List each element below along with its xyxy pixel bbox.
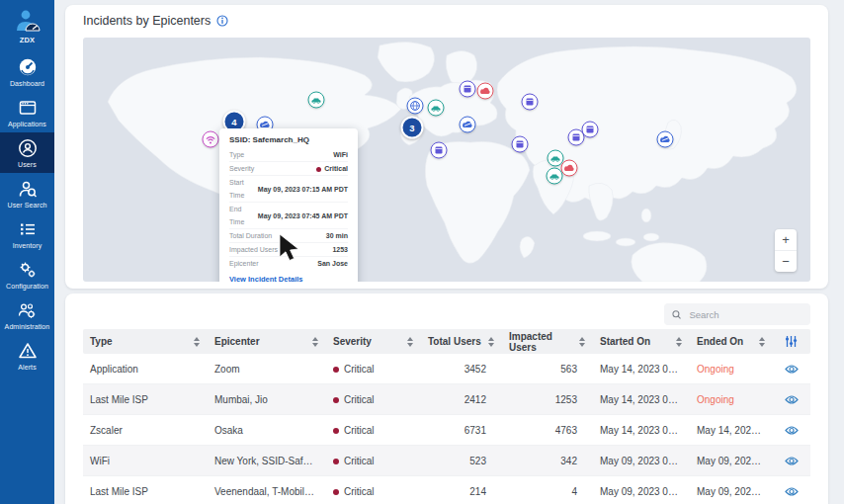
applications-icon	[18, 98, 38, 118]
table-row[interactable]: Last Mile ISP Veenendaal, T-Mobile Nethe…	[83, 476, 810, 504]
view-details-eye-button[interactable]	[773, 364, 810, 375]
tooltip-title: SSID: Safemarch_HQ	[229, 135, 348, 144]
isp-vehicle-icon	[311, 96, 322, 105]
sidebar-item-users[interactable]: Users	[0, 132, 54, 173]
sort-icon[interactable]	[759, 337, 765, 347]
view-incident-details-link[interactable]: View Incident Details	[229, 275, 348, 282]
cell-started-on: May 09, 2023 07:1...	[593, 456, 690, 466]
tooltip-row-type: Type WiFi	[229, 148, 348, 162]
cell-type: Last Mile ISP	[83, 394, 208, 405]
sidebar-item-user-search[interactable]: User Search	[0, 173, 54, 213]
critical-dot	[333, 428, 339, 434]
map-cluster[interactable]: 3	[401, 117, 424, 139]
eye-icon	[785, 486, 799, 497]
cell-total-users: 214	[421, 486, 502, 497]
sort-icon[interactable]	[488, 337, 494, 347]
column-header-epicenter[interactable]: Epicenter	[208, 336, 326, 347]
sort-icon[interactable]	[407, 337, 413, 347]
sort-icon[interactable]	[579, 337, 585, 347]
eye-icon	[785, 456, 799, 466]
sidebar-item-alerts[interactable]: Alerts	[0, 335, 54, 376]
view-details-eye-button[interactable]	[773, 425, 810, 436]
eye-icon	[785, 425, 799, 436]
map-marker-last-mile-isp[interactable]	[308, 92, 325, 109]
sort-icon[interactable]	[312, 337, 318, 347]
sidebar-item-label: Administration	[0, 323, 54, 330]
isp-vehicle-icon	[549, 172, 560, 181]
user-search-icon	[18, 179, 38, 199]
sidebar-item-inventory[interactable]: Inventory	[0, 213, 54, 254]
map-marker-last-mile-isp[interactable]	[547, 168, 563, 185]
search-input[interactable]	[687, 308, 802, 321]
column-header-started-on[interactable]: Started On	[593, 336, 690, 347]
table-row[interactable]: Application Zoom Critical 3452 563 May 1…	[83, 354, 810, 384]
sort-icon[interactable]	[194, 337, 200, 347]
cell-epicenter: Zoom	[208, 364, 326, 375]
cell-severity: Critical	[326, 456, 421, 466]
sidebar-item-label: Dashboard	[0, 80, 54, 87]
column-header-severity[interactable]: Severity	[326, 336, 421, 347]
view-details-eye-button[interactable]	[773, 394, 810, 405]
table-row[interactable]: WiFi New York, SSID-Safemarch_HQ Critica…	[83, 446, 810, 476]
view-details-eye-button[interactable]	[773, 486, 810, 497]
incidents-map-card: Incidents by Epicenters	[65, 5, 828, 289]
column-header-impacted-users[interactable]: Impacted Users	[502, 331, 593, 353]
cell-epicenter: New York, SSID-Safemarch_HQ	[208, 456, 326, 466]
map-marker-cloud-alert[interactable]	[477, 83, 494, 100]
eye-icon	[785, 394, 799, 405]
map-marker-internet[interactable]	[407, 98, 424, 115]
tooltip-row-epicenter: Epicenter San Jose	[229, 257, 348, 270]
cell-severity: Critical	[326, 486, 421, 497]
critical-dot	[316, 167, 321, 172]
sidebar-item-administration[interactable]: Administration	[0, 294, 54, 335]
zoom-in-button[interactable]: +	[775, 229, 797, 251]
critical-dot	[333, 397, 339, 403]
sort-icon[interactable]	[676, 337, 682, 347]
column-header-total-users[interactable]: Total Users	[421, 336, 502, 347]
zoom-out-button[interactable]: −	[775, 251, 797, 272]
map-marker-application[interactable]	[431, 142, 448, 159]
cell-severity: Critical	[326, 364, 421, 375]
table-row[interactable]: Last Mile ISP Mumbai, Jio Critical 2412 …	[83, 384, 810, 415]
map-marker-cloud-alert[interactable]	[561, 160, 578, 177]
zdx-logo-icon	[14, 9, 42, 35]
table-row[interactable]: Zscaler Osaka Critical 6731 4763 May 14,…	[83, 415, 810, 446]
sidebar-item-applications[interactable]: Applications	[0, 92, 54, 132]
sidebar-item-label: ZDX	[0, 36, 54, 44]
info-icon[interactable]	[216, 15, 228, 27]
column-header-ended-on[interactable]: Ended On	[690, 336, 773, 347]
cell-ended-on: Ongoing	[690, 394, 773, 405]
cell-type: Application	[83, 364, 208, 375]
inventory-icon	[18, 219, 38, 239]
map-marker-application[interactable]	[582, 122, 599, 138]
page-title: Incidents by Epicenters	[83, 14, 211, 28]
world-map[interactable]: 4	[83, 38, 810, 282]
cell-started-on: May 14, 2023 07:1...	[593, 394, 690, 405]
column-filter-button[interactable]	[773, 335, 810, 348]
sidebar-item-label: Inventory	[0, 242, 54, 249]
cell-severity: Critical	[326, 394, 421, 405]
application-icon	[586, 126, 595, 134]
map-marker-zscaler[interactable]	[657, 131, 674, 148]
cell-total-users: 3452	[421, 364, 502, 375]
map-marker-zscaler[interactable]	[460, 117, 476, 133]
search-box[interactable]	[664, 303, 810, 325]
incident-tooltip: SSID: Safemarch_HQ Type WiFi Severity Cr…	[219, 128, 358, 282]
cell-type: Zscaler	[83, 425, 208, 436]
cell-type: Last Mile ISP	[83, 486, 208, 497]
map-marker-wifi[interactable]	[203, 131, 219, 148]
map-marker-last-mile-isp[interactable]	[428, 100, 445, 117]
column-header-type[interactable]: Type	[83, 336, 208, 347]
cell-total-users: 6731	[421, 425, 502, 436]
sidebar-item-zdx[interactable]: ZDX	[0, 0, 54, 51]
sidebar-item-configuration[interactable]: Configuration	[0, 254, 54, 294]
map-marker-application[interactable]	[512, 136, 529, 153]
map-marker-application[interactable]	[522, 94, 539, 111]
sidebar-item-dashboard[interactable]: Dashboard	[0, 51, 54, 92]
view-details-eye-button[interactable]	[773, 456, 810, 466]
cell-total-users: 523	[421, 456, 502, 466]
sidebar-item-label: User Search	[0, 202, 54, 209]
cell-impacted-users: 1253	[502, 394, 593, 405]
cell-impacted-users: 563	[502, 364, 593, 375]
map-marker-application[interactable]	[460, 81, 476, 98]
